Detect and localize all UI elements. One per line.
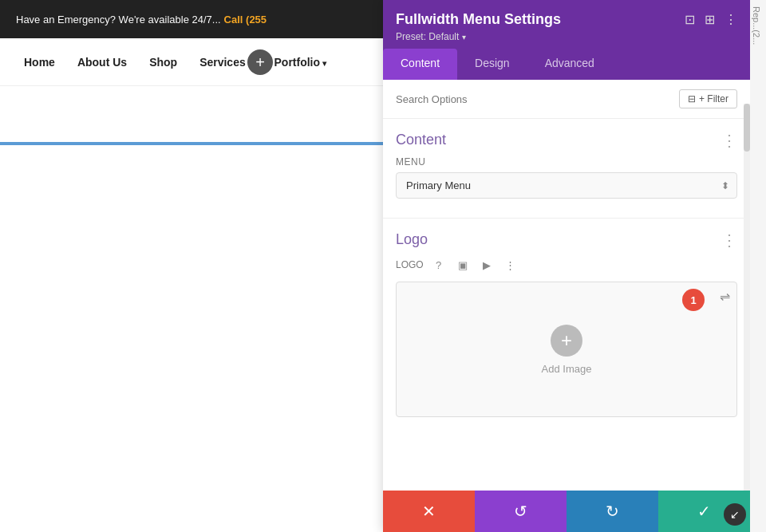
grid-icon[interactable]: ⊞ — [705, 12, 715, 27]
scrollbar-thumb[interactable] — [744, 104, 750, 152]
content-section-title: Content — [396, 132, 446, 148]
selected-element-indicator — [0, 142, 383, 145]
right-column-peek: Rep...(2... — [750, 0, 766, 532]
site-nav: Home About Us Shop Services Portfolio — [0, 38, 383, 86]
panel-content-area: Content ⋮ Menu Primary Menu Logo ⋮ Logo … — [383, 119, 750, 532]
cancel-icon: ✕ — [422, 502, 436, 521]
logo-section: Logo ⋮ Logo ? ▣ ▶ ⋮ 1 ⇌ + Add Image — [383, 218, 750, 417]
logo-field-label: Logo — [396, 259, 424, 270]
cursor-hint: ↙ — [724, 503, 746, 526]
content-section-more-icon[interactable]: ⋮ — [721, 132, 737, 148]
search-bar: ⊟ + Filter — [383, 80, 750, 119]
panel-header-icons: ⊡ ⊞ ⋮ — [685, 12, 737, 27]
logo-more-icon[interactable]: ⋮ — [502, 256, 519, 274]
panel-header: Fullwidth Menu Settings ⊡ ⊞ ⋮ Preset: De… — [383, 0, 750, 49]
cursor-icon: ↙ — [730, 508, 740, 521]
add-block-button[interactable]: + — [247, 49, 273, 75]
logo-section-title: Logo — [396, 231, 428, 248]
add-image-plus-icon: + — [561, 329, 572, 352]
panel-tabs: Content Design Advanced — [383, 49, 750, 80]
add-image-label: Add Image — [542, 363, 592, 375]
panel-title: Fullwidth Menu Settings — [396, 11, 561, 28]
cancel-button[interactable]: ✕ — [383, 491, 475, 532]
nav-services[interactable]: Services — [199, 56, 251, 69]
panel-footer: ✕ ↺ ↻ ✓ — [383, 491, 750, 532]
filter-icon: ⊟ — [688, 93, 696, 104]
redo-icon: ↻ — [606, 502, 619, 521]
settings-panel: Fullwidth Menu Settings ⊡ ⊞ ⋮ Preset: De… — [383, 0, 750, 532]
menu-field-label: Menu — [396, 156, 737, 167]
minimize-icon[interactable]: ⊡ — [685, 12, 695, 27]
nav-shop[interactable]: Shop — [149, 56, 177, 69]
tab-advanced[interactable]: Advanced — [527, 49, 612, 80]
undo-button[interactable]: ↺ — [475, 491, 567, 532]
emergency-bar: Have an Emergency? We're available 24/7.… — [0, 0, 383, 38]
more-options-icon[interactable]: ⋮ — [725, 12, 737, 27]
logo-cursor-icon[interactable]: ▶ — [478, 256, 496, 274]
logo-help-icon[interactable]: ? — [430, 256, 448, 274]
logo-image-area[interactable]: 1 ⇌ + Add Image — [396, 282, 737, 417]
nav-about-us[interactable]: About Us — [77, 56, 127, 69]
search-input[interactable] — [396, 93, 673, 105]
menu-field-group: Menu Primary Menu — [383, 156, 750, 211]
undo-icon: ↺ — [514, 502, 527, 521]
panel-preset[interactable]: Preset: Default ▾ — [396, 31, 737, 42]
menu-select-wrapper: Primary Menu — [396, 172, 737, 199]
tab-content[interactable]: Content — [383, 49, 457, 80]
tab-design[interactable]: Design — [457, 49, 527, 80]
logo-settings-icon[interactable]: ⇌ — [720, 289, 730, 304]
emergency-text: Have an Emergency? We're available 24/7.… — [16, 14, 221, 26]
content-section-header: Content ⋮ — [383, 119, 750, 156]
logo-section-more-icon[interactable]: ⋮ — [721, 232, 737, 248]
save-icon: ✓ — [697, 502, 711, 521]
nav-portfolio[interactable]: Portfolio — [274, 56, 326, 69]
logo-image-icon[interactable]: ▣ — [454, 256, 472, 274]
redo-button[interactable]: ↻ — [567, 491, 658, 532]
menu-select[interactable]: Primary Menu — [396, 172, 737, 199]
add-image-button[interactable]: + — [551, 325, 582, 357]
preset-arrow-icon: ▾ — [462, 33, 466, 41]
logo-section-header: Logo ⋮ — [383, 219, 750, 256]
logo-badge: 1 — [682, 289, 705, 311]
scrollbar-track[interactable] — [744, 104, 750, 492]
logo-field-row: Logo ? ▣ ▶ ⋮ — [383, 256, 750, 282]
filter-button[interactable]: ⊟ + Filter — [679, 89, 737, 108]
right-col-text: Rep...(2... — [750, 0, 761, 45]
nav-home[interactable]: Home — [24, 56, 55, 69]
call-text: Call (255 — [224, 14, 267, 26]
